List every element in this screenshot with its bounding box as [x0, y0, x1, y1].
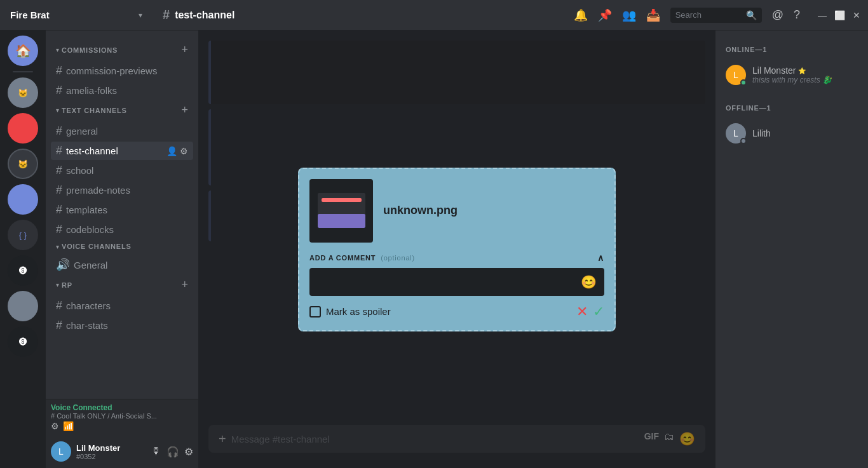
channel-speaker-icon: 🔊	[56, 258, 70, 272]
user-tag: #0352	[76, 453, 146, 460]
member-info: Lil Monster ⭐ thisis with my crests 🐉	[752, 65, 832, 84]
user-name: Lil Monster	[76, 443, 146, 453]
minimize-button[interactable]: —	[818, 10, 827, 20]
category-arrow-commissions: ▾	[56, 46, 59, 53]
upload-filename: unknown.png	[383, 204, 458, 217]
sidebar: ▾ COMMISSIONS + # commission-previews # …	[46, 30, 198, 468]
channel-name: commission-previews	[66, 65, 188, 76]
settings-icon[interactable]: ⚙	[180, 146, 188, 156]
category-arrow-voice: ▾	[56, 243, 59, 250]
user-settings-icon[interactable]: ⚙	[184, 446, 193, 458]
inbox-icon[interactable]: 📥	[646, 8, 660, 22]
channel-hash-icon: #	[56, 64, 62, 77]
user-avatar-initial: L	[58, 446, 64, 457]
channel-name: char-stats	[66, 320, 188, 331]
spoiler-checkbox[interactable]	[309, 306, 321, 318]
channel-hash-icon: #	[56, 223, 62, 236]
channel-name: codeblocks	[66, 224, 188, 235]
channel-name: test-channel	[66, 145, 163, 156]
server-name[interactable]: Fire Brat	[10, 10, 133, 20]
server-icon-5[interactable]: { }	[8, 220, 38, 250]
server-icon-6[interactable]: 🅢	[8, 255, 38, 286]
voice-connected: Voice Connected # Cool Talk ONLY / Anti-…	[46, 399, 198, 435]
category-add-commissions[interactable]: +	[181, 43, 188, 57]
title-bar-left: Fire Brat ▾	[0, 10, 153, 20]
category-add-rp[interactable]: +	[181, 278, 188, 291]
server-icon-3[interactable]: 🐱	[8, 149, 38, 179]
category-add-text[interactable]: +	[181, 104, 188, 117]
maximize-button[interactable]: ⬜	[834, 10, 845, 20]
chat-area: unknown.png ADD A COMMENT (OPTIONAL) ∧ 😊	[198, 30, 715, 468]
bell-icon[interactable]: 🔔	[574, 8, 588, 22]
add-member-icon[interactable]: 👤	[166, 146, 177, 156]
members-icon[interactable]: 👥	[622, 8, 636, 22]
voice-disconnect-icon[interactable]: 📶	[63, 421, 74, 431]
channel-premade-notes[interactable]: # premade-notes	[51, 181, 193, 199]
thumb-inner	[318, 193, 365, 228]
member-status-online	[740, 79, 747, 86]
channel-voice-general[interactable]: 🔊 General	[51, 255, 193, 274]
emoji-picker-icon[interactable]: 😊	[581, 274, 597, 290]
server-icon-8[interactable]: 🅢	[8, 326, 38, 357]
upload-confirm-button[interactable]: ✓	[593, 304, 604, 320]
server-divider	[13, 71, 33, 72]
channel-hash-icon: #	[163, 8, 170, 22]
category-commissions[interactable]: ▾ COMMISSIONS +	[51, 41, 193, 59]
category-rp[interactable]: ▾ RP +	[51, 276, 193, 294]
close-button[interactable]: ✕	[853, 10, 860, 20]
channel-hash-icon: #	[56, 203, 62, 217]
channel-name: school	[66, 165, 188, 176]
at-icon[interactable]: @	[772, 8, 783, 22]
channel-name: premade-notes	[66, 185, 188, 196]
channel-general[interactable]: # general	[51, 122, 193, 140]
server-icon-1[interactable]: 🐱	[8, 77, 38, 108]
voice-connected-title: Voice Connected	[51, 403, 193, 412]
category-voice[interactable]: ▾ VOICE CHANNELS	[51, 240, 193, 253]
comment-section: ADD A COMMENT (OPTIONAL) ∧ 😊	[309, 253, 604, 296]
channel-hash-icon: #	[56, 299, 62, 312]
members-sidebar: ONLINE—1 L Lil Monster ⭐ thisis with my …	[715, 30, 868, 468]
mic-icon[interactable]: 🎙	[151, 446, 161, 458]
sidebar-channels: ▾ COMMISSIONS + # commission-previews # …	[46, 30, 198, 399]
server-icon-7[interactable]	[8, 291, 38, 321]
channel-amelia-folks[interactable]: # amelia-folks	[51, 81, 193, 100]
comment-label-row: ADD A COMMENT (OPTIONAL) ∧	[309, 253, 604, 263]
member-name: Lil Monster	[752, 65, 796, 76]
server-icon-home[interactable]: 🏠	[8, 36, 38, 66]
channel-school[interactable]: # school	[51, 161, 193, 180]
channel-hash-icon: #	[56, 84, 62, 97]
search-bar[interactable]: Search 🔍	[670, 8, 762, 23]
server-icon-2[interactable]	[8, 113, 38, 144]
comment-collapse-icon[interactable]: ∧	[597, 253, 604, 263]
comment-label-text: ADD A COMMENT	[309, 254, 376, 262]
help-icon[interactable]: ?	[794, 8, 800, 22]
main-layout: 🏠 🐱 🐱 { } 🅢 🅢 ▾ COMMISSIONS + # commissi…	[0, 30, 868, 468]
channel-characters[interactable]: # characters	[51, 297, 193, 315]
voice-settings-icon[interactable]: ⚙	[51, 421, 59, 431]
channel-char-stats[interactable]: # char-stats	[51, 316, 193, 335]
channel-test-channel[interactable]: # test-channel 👤 ⚙	[51, 142, 193, 160]
category-text-channels[interactable]: ▾ TEXT CHANNELS +	[51, 101, 193, 119]
channel-codeblocks[interactable]: # codeblocks	[51, 220, 193, 239]
upload-footer: Mark as spoiler ✕ ✓	[309, 304, 604, 320]
channel-hash-icon: #	[56, 144, 62, 157]
channel-name: general	[66, 126, 188, 137]
spoiler-label: Mark as spoiler	[326, 306, 571, 317]
server-dropdown-icon[interactable]: ▾	[139, 11, 142, 20]
headphones-icon[interactable]: 🎧	[166, 446, 179, 458]
user-controls: 🎙 🎧 ⚙	[151, 446, 193, 458]
members-section-online-title: ONLINE—1	[721, 41, 863, 58]
upload-cancel-button[interactable]: ✕	[576, 304, 588, 320]
pin-icon[interactable]: 📌	[598, 8, 612, 22]
channel-templates[interactable]: # templates	[51, 201, 193, 219]
server-icon-4[interactable]	[8, 184, 38, 215]
member-lil-monster[interactable]: L Lil Monster ⭐ thisis with my crests 🐉	[721, 61, 863, 89]
member-lilith[interactable]: L Lilith	[721, 119, 863, 147]
channel-name: characters	[66, 300, 188, 311]
channel-name: templates	[66, 204, 188, 215]
channel-commission-previews[interactable]: # commission-previews	[51, 62, 193, 80]
comment-input-box[interactable]: 😊	[309, 268, 604, 296]
members-section-online: ONLINE—1 L Lil Monster ⭐ thisis with my …	[721, 41, 863, 89]
channel-hash-icon: #	[56, 319, 62, 332]
category-name-rp: RP	[62, 281, 181, 289]
